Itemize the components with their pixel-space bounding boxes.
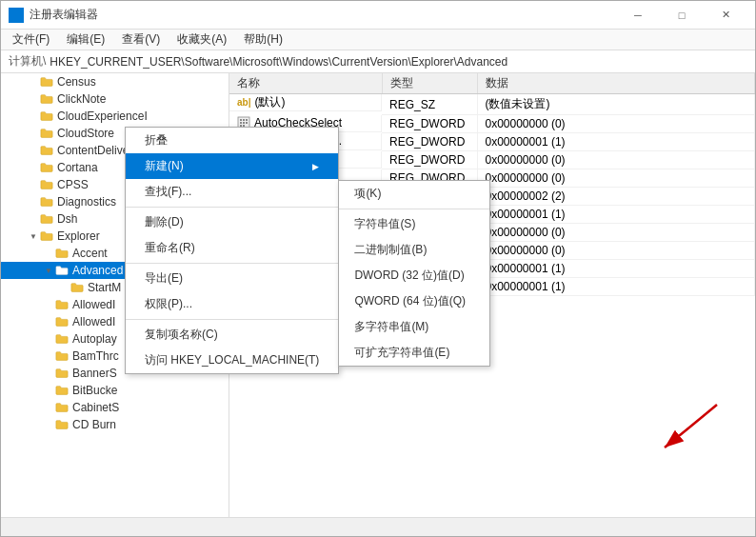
reg-data: 0x00000000 (0) <box>477 115 755 133</box>
ctx-copy-name[interactable]: 复制项名称(C) <box>126 322 338 348</box>
folder-icon <box>54 246 70 261</box>
tree-item-label: CloudStore <box>57 127 114 140</box>
tree-item-label: CPSS <box>57 178 89 191</box>
tree-expand-icon <box>43 316 54 328</box>
address-bar: 计算机\ HKEY_CURRENT_USER\Software\Microsof… <box>1 50 755 73</box>
ctx-new-wrap: 新建(N) ▶ 项(K) 字符串值(S) 二进制制值(B) DWORD (32 … <box>126 153 338 179</box>
folder-icon <box>39 74 54 90</box>
reg-data: 0x00000000 (0) <box>477 242 755 260</box>
tree-item-label: AllowedI <box>72 298 115 311</box>
ctx-collapse[interactable]: 折叠 <box>126 128 338 153</box>
sub-item-dword32[interactable]: DWORD (32 位)值(D) <box>339 263 489 288</box>
tree-item-label: Census <box>57 75 96 89</box>
ctx-sep-3 <box>126 319 338 320</box>
submenu: 项(K) 字符串值(S) 二进制制值(B) DWORD (32 位)值(D) Q… <box>338 180 490 367</box>
sub-item-multistring[interactable]: 多字符串值(M) <box>339 314 489 340</box>
minimize-button[interactable]: ─ <box>616 1 660 30</box>
col-data: 数据 <box>477 73 755 94</box>
folder-icon <box>39 126 54 141</box>
col-name: 名称 <box>229 73 382 94</box>
folder-icon <box>54 331 70 347</box>
reg-type: REG_DWORD <box>382 151 477 169</box>
tree-expand-icon <box>43 419 54 430</box>
reg-data: (数值未设置) <box>477 94 755 115</box>
sub-item-qword64[interactable]: QWORD (64 位)值(Q) <box>339 288 489 314</box>
ctx-export[interactable]: 导出(E) <box>126 266 338 291</box>
tree-item-label: BannerS <box>72 367 117 380</box>
tree-item-label: CabinetS <box>72 401 119 414</box>
ctx-delete[interactable]: 删除(D) <box>126 209 338 235</box>
tree-item[interactable]: CD Burn <box>1 416 229 433</box>
menu-help[interactable]: 帮助(H) <box>236 30 290 50</box>
reg-type: REG_DWORD <box>382 115 477 133</box>
folder-icon <box>70 280 85 295</box>
tree-item[interactable]: BitBucke <box>1 382 229 399</box>
folder-icon <box>39 109 54 124</box>
maximize-button[interactable]: □ <box>660 1 704 30</box>
ctx-sep-2 <box>126 263 338 264</box>
menu-file[interactable]: 文件(F) <box>5 30 57 50</box>
tree-item-label: StartM <box>88 281 121 294</box>
reg-data: 0x00000001 (1) <box>477 206 755 224</box>
ctx-rename[interactable]: 重命名(R) <box>126 235 338 261</box>
folder-icon <box>54 348 70 364</box>
reg-type: REG_SZ <box>382 94 477 115</box>
svg-rect-6 <box>243 119 245 121</box>
tree-item-label: CD Burn <box>72 418 116 431</box>
tree-expand-icon <box>28 93 39 105</box>
sub-item-string[interactable]: 字符串值(S) <box>339 211 489 237</box>
folder-icon <box>54 417 70 432</box>
ctx-find[interactable]: 查找(F)... <box>126 179 338 205</box>
menu-edit[interactable]: 编辑(E) <box>59 30 112 50</box>
tree-item[interactable]: Census <box>1 73 229 90</box>
svg-rect-8 <box>243 122 245 124</box>
reg-data: 0x00000001 (1) <box>477 260 755 278</box>
reg-name: ab|(默认) <box>229 94 382 111</box>
close-button[interactable]: ✕ <box>704 1 747 30</box>
tree-item[interactable]: ClickNote <box>1 90 229 108</box>
svg-rect-1 <box>17 9 23 14</box>
ctx-permissions[interactable]: 权限(P)... <box>126 291 338 317</box>
folder-icon <box>39 91 54 107</box>
reg-type: REG_DWORD <box>382 133 477 151</box>
folder-icon <box>54 297 70 312</box>
folder-icon <box>39 211 54 227</box>
folder-icon <box>39 143 54 158</box>
tree-item-label: Cortana <box>57 161 98 174</box>
reg-data: 0x00000000 (0) <box>477 151 755 169</box>
reg-data: 0x00000001 (1) <box>477 278 755 296</box>
window-controls: ─ □ ✕ <box>616 1 747 30</box>
window: 注册表编辑器 ─ □ ✕ 文件(F) 编辑(E) 查看(V) 收藏夹(A) 帮助… <box>0 0 756 537</box>
folder-icon <box>54 366 70 381</box>
menu-favorites[interactable]: 收藏夹(A) <box>169 30 234 50</box>
tree-item-label: CloudExperienceI <box>57 109 148 123</box>
folder-icon <box>39 229 54 244</box>
tree-expand-icon <box>28 162 39 173</box>
tree-expand-icon <box>43 350 54 362</box>
tree-item-label: Accent <box>72 247 108 260</box>
tree-expand-icon <box>58 282 70 293</box>
ctx-new[interactable]: 新建(N) ▶ <box>126 153 338 179</box>
sub-item-binary[interactable]: 二进制制值(B) <box>339 237 489 263</box>
reg-data: 0x00000001 (1) <box>477 133 755 151</box>
tree-item[interactable]: CloudExperienceI <box>1 108 229 125</box>
reg-data: 0x00000000 (0) <box>477 169 755 188</box>
sub-item-expandstring[interactable]: 可扩充字符串值(E) <box>339 340 489 366</box>
table-row[interactable]: ab|(默认) REG_SZ (数值未设置) <box>229 94 755 115</box>
menu-view[interactable]: 查看(V) <box>114 30 168 50</box>
tree-expand-icon: ▼ <box>28 230 39 242</box>
folder-icon <box>39 160 54 175</box>
tree-expand-icon <box>28 179 39 190</box>
tree-item-label: Dsh <box>57 212 77 226</box>
tree-item-label: BamThrc <box>72 349 119 363</box>
tree-expand-icon <box>43 248 54 259</box>
ctx-visit-hklm[interactable]: 访问 HKEY_LOCAL_MACHINE(T) <box>126 348 338 373</box>
tree-expand-icon <box>43 368 54 379</box>
main-content: Census ClickNote CloudExperienceI <box>1 73 755 517</box>
tree-expand-icon <box>28 128 39 139</box>
tree-expand-icon <box>43 402 54 413</box>
svg-rect-2 <box>10 16 15 22</box>
sub-item-key[interactable]: 项(K) <box>339 181 489 207</box>
tree-item[interactable]: CabinetS <box>1 399 229 416</box>
svg-rect-9 <box>246 119 248 121</box>
